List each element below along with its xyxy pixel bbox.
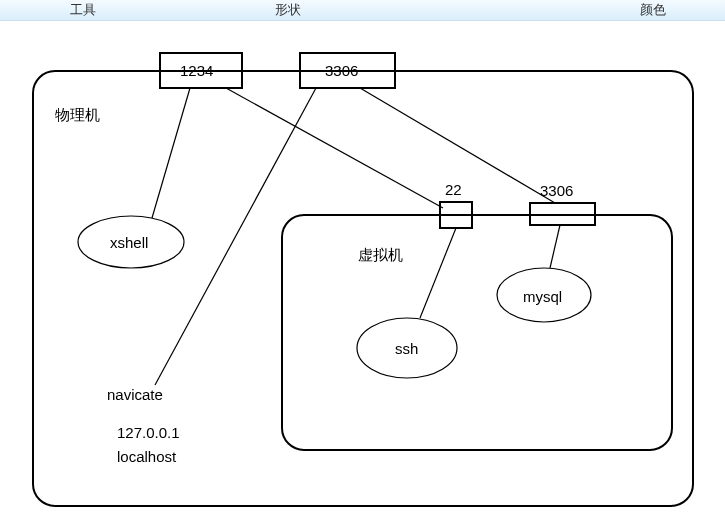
navicate-label: navicate [107,386,163,403]
edge-1234-22 [226,88,443,208]
mysql-label: mysql [523,288,562,305]
toolbar-color-label[interactable]: 颜色 [640,1,666,19]
virtual-machine-label: 虚拟机 [358,246,403,263]
diagram-canvas: 物理机 虚拟机 1234 3306 22 3306 xshell ssh mys… [0,20,725,522]
physical-machine-label: 物理机 [55,106,100,123]
port-22-label: 22 [445,181,462,198]
ssh-label: ssh [395,340,418,357]
port-1234-label: 1234 [180,62,213,79]
edge-3306-mysql [550,225,560,268]
port-3306-outer-label: 3306 [325,62,358,79]
edge-22-ssh [420,228,456,318]
xshell-label: xshell [110,234,148,251]
toolbar: 工具 形状 颜色 [0,0,725,21]
edge-1234-xshell [152,88,190,218]
virtual-machine-box [282,215,672,450]
ip-label: 127.0.0.1 [117,424,180,441]
localhost-label: localhost [117,448,177,465]
edge-3306-navicate [155,88,316,385]
toolbar-shape-label[interactable]: 形状 [275,1,301,19]
toolbar-tool-label[interactable]: 工具 [70,1,96,19]
